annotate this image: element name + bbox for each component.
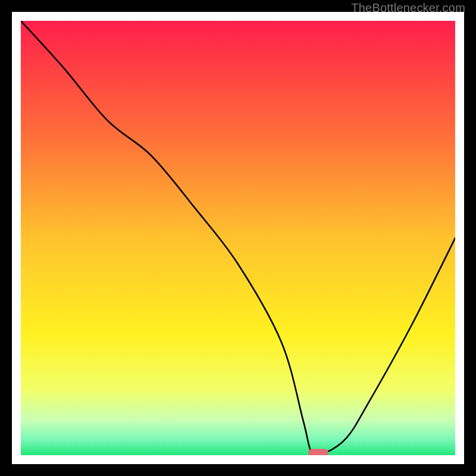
gradient-fill: [21, 21, 455, 455]
watermark-text: TheBottlenecker.com: [351, 1, 465, 15]
svg-rect-0: [21, 21, 455, 455]
plot-area: [21, 21, 455, 455]
chart-frame: TheBottlenecker.com: [0, 0, 476, 476]
plot-background: [12, 12, 464, 464]
